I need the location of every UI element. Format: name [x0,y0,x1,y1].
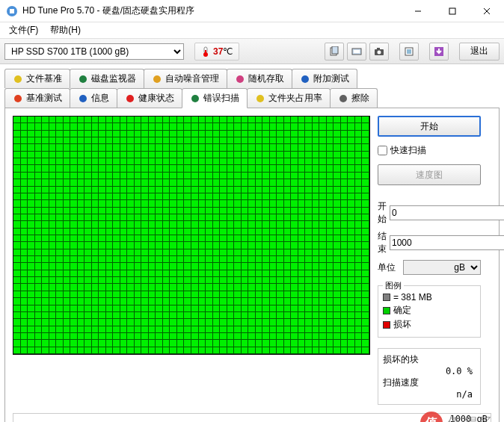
tabs-area: 文件基准磁盘监视器自动噪音管理随机存取附加测试 基准测试信息健康状态错误扫描文件… [0,64,504,422]
menu-file[interactable]: 文件(F) [3,22,44,38]
tab-icon [13,74,23,84]
thermometer-icon [201,46,210,57]
start-button[interactable]: 开始 [378,116,481,137]
legend-blocksize: = 381 MB [393,292,432,302]
unit-label: 单位 [378,261,400,274]
save-button[interactable] [429,43,449,60]
legend-box: 图例 = 381 MB 确定 损坏 [378,285,481,338]
watermark-icon: 值 [420,412,443,422]
tab-label: 信息 [91,92,109,105]
quick-scan-label: 快速扫描 [390,144,426,157]
svg-rect-12 [354,50,360,53]
legend-swatch-block [383,294,390,301]
quick-scan-row[interactable]: 快速扫描 [378,144,481,157]
tab-基准测试[interactable]: 基准测试 [4,88,70,108]
drive-select[interactable]: HP SSD S700 1TB (1000 gB) [4,43,184,60]
tab-附加测试[interactable]: 附加测试 [292,69,357,88]
tab-label: 基准测试 [26,92,62,105]
stats-box: 损坏的块 0.0 % 扫描速度 n/a [378,348,481,405]
temp-value: 37 [213,46,223,57]
end-input[interactable] [390,235,504,250]
screenshot-button[interactable] [369,43,389,60]
tab-icon [235,74,245,84]
svg-point-14 [378,50,381,54]
speedmap-button: 速度图 [378,164,481,185]
end-label: 结束 [378,230,387,255]
start-input[interactable] [390,205,504,220]
tab-icon [338,93,348,104]
tab-信息[interactable]: 信息 [70,88,117,108]
tab-icon [300,74,310,84]
quick-scan-checkbox[interactable] [378,146,387,155]
minimize-button[interactable] [401,0,435,22]
watermark-text: 值 得买 [447,414,491,422]
menubar: 文件(F) 帮助(H) [0,22,504,39]
tab-文件基准[interactable]: 文件基准 [4,69,70,88]
tab-label: 文件基准 [26,72,62,85]
svg-point-27 [79,95,87,102]
close-button[interactable] [470,0,504,22]
tab-label: 磁盘监视器 [91,72,136,85]
toolbar: HP SSD S700 1TB (1000 gB) 37℃ 退出 [0,39,504,64]
temp-unit: ℃ [223,46,233,57]
legend-ok: 确定 [393,304,411,317]
svg-point-28 [126,95,134,102]
scan-grid [13,116,370,355]
svg-rect-3 [449,8,455,14]
tab-错误扫描[interactable]: 错误扫描 [182,88,248,108]
tab-磁盘监视器[interactable]: 磁盘监视器 [70,69,144,88]
unit-select[interactable]: gB [403,260,481,275]
svg-point-29 [191,95,199,102]
damaged-value: 0.0 % [383,366,476,376]
svg-rect-8 [205,50,206,54]
tab-content-error-scan: 开始 快速扫描 速度图 开始 ▲▼ 结束 ▲▼ 单位 gB 图例 [4,108,500,422]
tab-label: 擦除 [351,92,369,105]
copy-screenshot-button[interactable] [347,43,366,60]
tab-随机存取[interactable]: 随机存取 [227,69,292,88]
tab-label: 附加测试 [313,72,349,85]
temperature-display: 37℃ [194,43,239,60]
tab-row-2: 基准测试信息健康状态错误扫描文件夹占用率擦除 [4,88,500,108]
svg-point-25 [301,75,309,83]
tab-icon [152,74,162,84]
titlebar: HD Tune Pro 5.70 - 硬盘/固态硬盘实用程序 [0,0,504,22]
svg-rect-15 [377,48,380,50]
window-controls [401,0,504,22]
speed-value: n/a [383,389,476,400]
tab-健康状态[interactable]: 健康状态 [117,88,182,108]
legend-damaged: 损坏 [393,318,411,331]
tab-文件夹占用率[interactable]: 文件夹占用率 [247,88,331,108]
copy-info-button[interactable] [325,43,344,60]
exit-button[interactable]: 退出 [459,43,500,60]
speed-label: 扫描速度 [383,376,476,389]
side-panel: 开始 快速扫描 速度图 开始 ▲▼ 结束 ▲▼ 单位 gB 图例 [378,116,481,422]
watermark: 值 值 得买 [420,412,491,422]
tab-擦除[interactable]: 擦除 [330,88,378,108]
tab-label: 健康状态 [138,92,174,105]
menu-help[interactable]: 帮助(H) [44,22,87,38]
options-button[interactable] [399,43,419,60]
legend-swatch-ok [383,307,390,314]
tab-自动噪音管理[interactable]: 自动噪音管理 [144,69,227,88]
tab-label: 随机存取 [248,72,284,85]
legend-swatch-damaged [383,321,390,329]
start-label: 开始 [378,200,387,226]
tab-icon [78,74,88,84]
window-title: HD Tune Pro 5.70 - 硬盘/固态硬盘实用程序 [22,4,401,17]
end-field-row: 结束 ▲▼ [378,230,481,255]
svg-point-30 [256,95,264,102]
app-icon [6,5,18,17]
svg-rect-1 [10,9,14,13]
svg-point-31 [339,95,347,102]
tab-icon [255,93,265,104]
svg-rect-10 [332,46,338,54]
tab-label: 错误扫描 [203,92,239,105]
damaged-label: 损坏的块 [383,353,476,366]
tab-icon [190,93,200,104]
unit-field-row: 单位 gB [378,260,481,275]
svg-point-22 [79,75,87,83]
legend-title: 图例 [383,280,404,291]
tab-icon [13,93,23,104]
svg-point-24 [236,75,244,83]
maximize-button[interactable] [435,0,470,22]
